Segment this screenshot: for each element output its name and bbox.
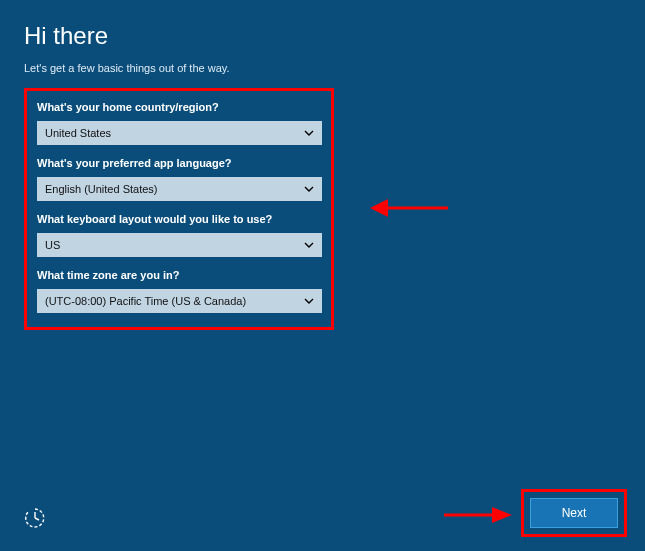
svg-line-5 [35,518,39,520]
country-value: United States [45,127,111,139]
country-label: What's your home country/region? [37,101,319,113]
ease-of-access-button[interactable] [24,507,46,529]
keyboard-select[interactable]: US [37,233,322,257]
next-button-highlight: Next [521,489,627,537]
next-button-label: Next [562,506,587,520]
setup-form-highlight: What's your home country/region? United … [24,88,334,330]
timezone-label: What time zone are you in? [37,269,319,281]
next-button[interactable]: Next [530,498,618,528]
keyboard-value: US [45,239,60,251]
keyboard-label: What keyboard layout would you like to u… [37,213,319,225]
language-value: English (United States) [45,183,158,195]
language-label: What's your preferred app language? [37,157,319,169]
page-title: Hi there [24,22,621,50]
chevron-down-icon [304,186,314,192]
timezone-select[interactable]: (UTC-08:00) Pacific Time (US & Canada) [37,289,322,313]
timezone-value: (UTC-08:00) Pacific Time (US & Canada) [45,295,246,307]
page-subtitle: Let's get a few basic things out of the … [24,62,621,74]
chevron-down-icon [304,298,314,304]
country-select[interactable]: United States [37,121,322,145]
language-select[interactable]: English (United States) [37,177,322,201]
chevron-down-icon [304,242,314,248]
chevron-down-icon [304,130,314,136]
footer-bar: Next [0,491,645,551]
